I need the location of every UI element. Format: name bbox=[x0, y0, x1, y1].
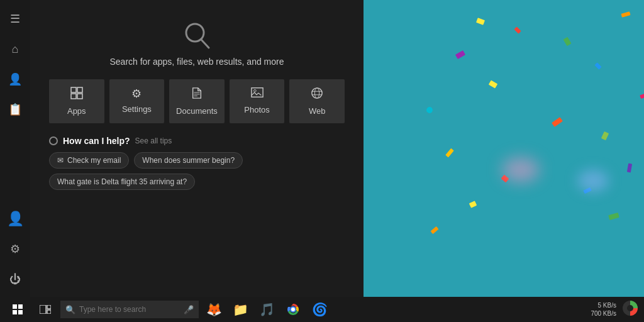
web-label: Web bbox=[309, 106, 326, 116]
taskbar-search-wrap: 🔍 🎤 bbox=[60, 301, 199, 318]
task-view-button[interactable] bbox=[33, 297, 58, 322]
hamburger-menu-icon[interactable]: ☰ bbox=[3, 6, 28, 31]
svg-rect-16 bbox=[18, 304, 23, 309]
network-chart bbox=[621, 299, 639, 319]
svg-rect-17 bbox=[13, 310, 17, 314]
confetti bbox=[627, 164, 632, 173]
settings-icon: ⚙ bbox=[131, 87, 142, 101]
blur-orb bbox=[577, 170, 609, 192]
search-panel: Search for apps, files, web results, and… bbox=[30, 0, 364, 297]
blur-orb bbox=[502, 157, 540, 182]
confetti bbox=[489, 80, 497, 89]
svg-point-23 bbox=[291, 308, 295, 311]
photos-label: Photos bbox=[244, 105, 269, 114]
confetti bbox=[455, 50, 465, 59]
apps-icon bbox=[70, 87, 83, 103]
web-icon bbox=[311, 87, 323, 103]
flight-chip[interactable]: What gate is Delta flight 35 arriving at… bbox=[49, 174, 195, 190]
flight-label: What gate is Delta flight 35 arriving at… bbox=[57, 177, 187, 186]
svg-point-25 bbox=[627, 305, 633, 311]
confetti bbox=[552, 117, 563, 127]
settings-label: Settings bbox=[122, 104, 152, 114]
help-title: How can I help? bbox=[63, 136, 130, 146]
confetti bbox=[608, 213, 619, 220]
search-subtitle: Search for apps, files, web results, and… bbox=[49, 57, 345, 67]
chrome-icon[interactable] bbox=[280, 297, 306, 322]
svg-rect-18 bbox=[18, 310, 23, 314]
help-section: How can I help? See all tips ✉ Check my … bbox=[49, 136, 345, 190]
search-logo-area bbox=[49, 19, 345, 50]
confetti bbox=[430, 226, 438, 234]
home-icon[interactable]: ⌂ bbox=[3, 36, 28, 62]
photos-category-btn[interactable]: Photos bbox=[230, 79, 285, 123]
confetti bbox=[640, 94, 644, 99]
confetti bbox=[564, 37, 572, 46]
confetti bbox=[601, 131, 609, 140]
settings-category-btn[interactable]: ⚙ Settings bbox=[109, 79, 165, 123]
check-email-label: Check my email bbox=[67, 156, 121, 165]
svg-rect-3 bbox=[77, 87, 82, 92]
help-header: How can I help? See all tips bbox=[49, 136, 345, 146]
svg-rect-15 bbox=[13, 304, 17, 309]
main-area: ☰ ⌂ 👤 📋 👤 ⚙ ⏻ Search for apps, files, we… bbox=[0, 0, 644, 297]
check-email-chip[interactable]: ✉ Check my email bbox=[49, 152, 129, 169]
documents-category-btn[interactable]: Documents bbox=[169, 79, 225, 123]
taskbar-apps: 🦊 📁 🎵 🌀 bbox=[201, 297, 332, 322]
confetti bbox=[476, 18, 485, 25]
edge-icon[interactable]: 🌀 bbox=[307, 297, 332, 322]
web-category-btn[interactable]: Web bbox=[289, 79, 345, 123]
desktop-wallpaper bbox=[364, 0, 644, 297]
email-chip-icon: ✉ bbox=[57, 156, 64, 165]
power-icon[interactable]: ⏻ bbox=[3, 267, 28, 292]
svg-rect-21 bbox=[47, 310, 51, 314]
confetti bbox=[445, 148, 454, 158]
network-speeds: 5 KB/s 700 KB/s bbox=[588, 301, 619, 318]
svg-rect-2 bbox=[71, 87, 76, 92]
svg-rect-5 bbox=[77, 94, 82, 99]
documents-sidebar-icon[interactable]: 📋 bbox=[3, 97, 28, 122]
taskbar-tray: 5 KB/s 700 KB/s bbox=[588, 299, 639, 319]
svg-point-12 bbox=[315, 88, 319, 98]
svg-point-11 bbox=[312, 88, 322, 98]
firefox-icon[interactable]: 🦊 bbox=[201, 297, 226, 322]
apps-category-btn[interactable]: Apps bbox=[49, 79, 104, 123]
sidebar: ☰ ⌂ 👤 📋 👤 ⚙ ⏻ bbox=[0, 0, 30, 297]
suggestion-chips: ✉ Check my email When does summer begin?… bbox=[49, 152, 345, 190]
see-all-tips-link[interactable]: See all tips bbox=[135, 136, 172, 145]
category-buttons: Apps ⚙ Settings Documents bbox=[49, 79, 345, 123]
svg-rect-9 bbox=[251, 88, 262, 97]
settings-sidebar-icon[interactable]: ⚙ bbox=[3, 236, 28, 262]
summer-label: When does summer begin? bbox=[142, 156, 235, 165]
taskbar: 🔍 🎤 🦊 📁 🎵 🌀 5 KB/s 700 KB/s bbox=[0, 297, 644, 322]
person-icon[interactable]: 👤 bbox=[3, 67, 28, 92]
photos-icon bbox=[251, 87, 264, 101]
confetti bbox=[469, 201, 477, 208]
summer-chip[interactable]: When does summer begin? bbox=[134, 152, 243, 169]
taskbar-search-input[interactable] bbox=[60, 301, 199, 318]
svg-point-10 bbox=[253, 89, 256, 92]
documents-icon bbox=[191, 87, 203, 103]
taskbar-search-icon: 🔍 bbox=[65, 305, 75, 314]
confetti bbox=[621, 11, 630, 17]
user-avatar-icon[interactable]: 👤 bbox=[3, 206, 28, 231]
documents-label: Documents bbox=[176, 106, 218, 116]
file-explorer-icon[interactable]: 📁 bbox=[228, 297, 253, 322]
svg-rect-19 bbox=[40, 305, 46, 314]
svg-rect-20 bbox=[47, 305, 51, 309]
media-player-icon[interactable]: 🎵 bbox=[254, 297, 279, 322]
apps-label: Apps bbox=[67, 106, 86, 116]
microphone-icon[interactable]: 🎤 bbox=[184, 305, 194, 314]
start-button[interactable] bbox=[5, 297, 30, 322]
confetti bbox=[514, 26, 521, 33]
confetti bbox=[425, 106, 434, 114]
help-circle-icon bbox=[49, 136, 58, 145]
confetti bbox=[594, 62, 601, 69]
search-magnifier-icon bbox=[181, 19, 213, 50]
svg-rect-4 bbox=[71, 94, 76, 99]
svg-line-1 bbox=[201, 40, 209, 48]
